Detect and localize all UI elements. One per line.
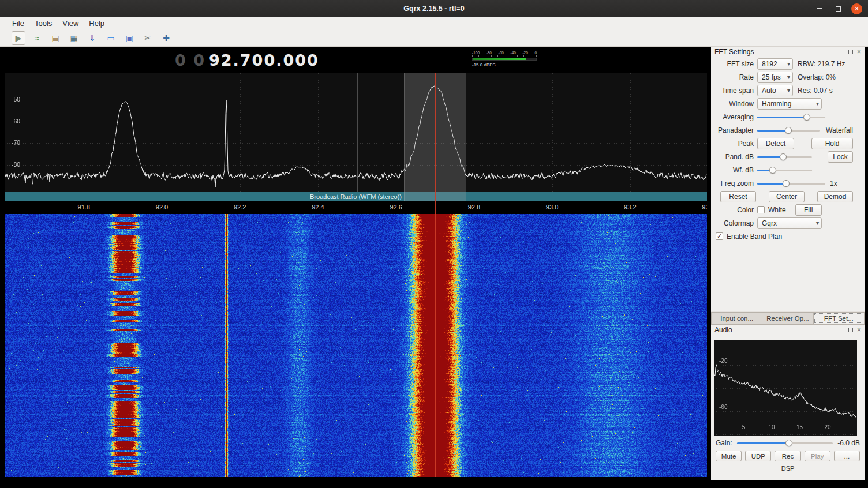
play-button[interactable]: Play [805,451,830,461]
rate-select[interactable]: 25 fps [757,72,793,83]
bandplan-bar[interactable]: Broadcast Radio (WFM (stereo)) [5,192,707,201]
freq-zoom-slider[interactable] [757,179,825,187]
float-icon[interactable] [848,328,853,332]
audio-title: Audio [714,326,732,334]
dbfs-tick: 0 [534,51,537,55]
colormap-value: Gqrx [762,219,777,227]
save-file-icon[interactable]: ▦ [67,31,81,45]
fft-settings-dock: FFT Settings FFT size 8192 RBW: 219.7 Hz… [711,47,865,311]
dsp-label: DSP [711,465,865,472]
fullscreen-icon[interactable]: ✚ [159,31,173,45]
audio-db-label: -20 [719,358,727,364]
fft-settings-header: FFT Settings [711,47,865,57]
wf-db-label: Wf. dB [711,166,754,174]
rate-label: Rate [711,73,754,81]
slider-knob[interactable] [803,114,810,121]
time-span-value: Auto [762,87,776,95]
menu-help[interactable]: Help [84,18,110,29]
load-bookmarks-icon[interactable]: ⇓ [85,31,99,45]
dock-close-icon[interactable] [857,326,861,333]
zoom-center-button[interactable]: Center [769,191,805,202]
frequency-display[interactable]: 0 0 92.700.000 [175,50,319,70]
slider-knob[interactable] [785,440,792,446]
color-label: Color [711,206,754,214]
rf-spectrum-panel: -50 -60 -70 -80 [5,73,707,192]
dbfs-bar [472,58,537,61]
remote-control-icon[interactable]: ▭ [104,31,118,45]
dbfs-tickmarks [472,55,537,57]
peak-hold-button[interactable]: Hold [811,138,853,149]
fft-size-select[interactable]: 8192 [757,58,793,70]
more-button[interactable]: ... [834,451,860,461]
mute-button[interactable]: Mute [716,451,742,461]
audio-buttons: Mute UDP Rec Play ... [716,451,860,461]
white-checkbox-label[interactable]: White [768,206,786,214]
white-checkbox[interactable] [757,206,765,213]
audio-khz-label: 5 [742,424,746,430]
waterfall-range-slider[interactable] [757,166,812,174]
zoom-reset-button[interactable]: Reset [720,191,756,202]
frequency-digits[interactable]: 92.700.000 [209,51,319,69]
dbfs-tick: -60 [499,51,504,55]
panadapter-split-slider[interactable] [757,126,820,134]
freq-axis-label: 91.8 [78,204,90,211]
time-span-select[interactable]: Auto [757,85,793,96]
rf-spectrum-canvas[interactable] [5,73,707,192]
window-select[interactable]: Hamming [757,98,822,110]
lock-button[interactable]: Lock [828,151,853,163]
fill-button[interactable]: Fill [795,204,822,216]
rate-value: 25 fps [762,73,781,81]
maximize-button[interactable] [832,3,844,14]
record-iq-icon[interactable]: ≈ [30,31,44,45]
slider-knob[interactable] [783,180,790,187]
rec-button[interactable]: Rec [775,451,800,461]
tab-receiver-options[interactable]: Receiver Op... [762,312,813,324]
averaging-slider[interactable] [757,113,825,121]
menu-bar: File Tools View Help [0,17,868,29]
panadapter-label: Panadapter [711,126,754,134]
tab-input-controls[interactable]: Input con... [711,312,762,324]
gain-slider[interactable] [737,439,833,447]
slider-knob[interactable] [780,153,787,160]
enable-band-plan-label[interactable]: Enable Band Plan [727,232,782,241]
dock-close-icon[interactable] [857,48,861,55]
freq-axis-label: 92.8 [468,204,480,211]
close-button[interactable] [851,3,862,14]
window-layout-icon[interactable]: ▣ [122,31,136,45]
db-axis-label: -50 [12,96,28,103]
audio-dock: Audio -20 -60 5 10 15 20 Gain: [711,325,865,480]
gain-label: Gain: [716,439,732,447]
waterfall-canvas[interactable] [5,214,707,477]
tab-fft-settings[interactable]: FFT Set... [813,312,865,324]
edit-tools-icon[interactable]: ✂ [141,31,155,45]
res-value: Res: 0.07 s [798,87,833,95]
tune-marker-line[interactable] [435,73,436,477]
menu-tools[interactable]: Tools [29,18,57,29]
zoom-demod-button[interactable]: Demod [817,191,853,202]
peak-detect-button[interactable]: Detect [757,138,794,149]
udp-button[interactable]: UDP [745,451,771,461]
slider-knob[interactable] [769,167,776,174]
float-icon[interactable] [848,50,853,54]
fft-size-value: 8192 [762,60,777,68]
frequency-scale[interactable]: 91.8 92.0 92.2 92.4 92.6 92.8 93.0 93.2 … [5,201,707,214]
menu-file[interactable]: File [7,18,29,29]
pandapter-range-slider[interactable] [757,153,812,161]
frequency-leading-zeros: 0 0 [175,51,205,69]
right-panel: FFT Settings FFT size 8192 RBW: 219.7 Hz… [711,47,865,480]
freq-zoom-value: 1x [830,179,837,187]
fft-settings-title: FFT Settings [714,48,754,56]
waterfall-label: Waterfall [826,126,853,134]
colormap-label: Colormap [711,219,754,227]
db-axis-label: -60 [12,118,28,125]
db-axis-label: -70 [12,139,28,146]
open-file-icon[interactable]: ▤ [48,31,62,45]
colormap-select[interactable]: Gqrx [757,217,822,229]
menu-view[interactable]: View [57,18,84,29]
fft-size-label: FFT size [711,60,754,68]
slider-knob[interactable] [785,127,792,134]
minimize-button[interactable] [813,3,825,14]
window-value: Hamming [762,100,791,108]
start-dsp-button[interactable]: ▶ [12,31,25,45]
enable-band-plan-checkbox[interactable] [716,232,723,240]
